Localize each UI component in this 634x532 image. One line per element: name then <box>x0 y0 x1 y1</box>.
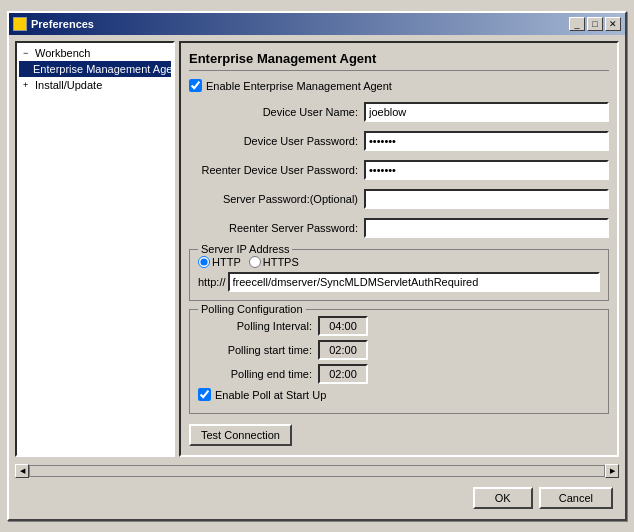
test-connection-container: Test Connection <box>189 420 609 446</box>
window-icon <box>13 17 27 31</box>
reenter-server-password-row: Reenter Server Password: <box>189 218 609 238</box>
scroll-right-button[interactable]: ▶ <box>605 464 619 478</box>
http-radio-item: HTTP <box>198 256 241 268</box>
url-row: http:// <box>198 272 600 292</box>
polling-start-label: Polling start time: <box>198 344 318 356</box>
polling-group-title: Polling Configuration <box>198 303 306 315</box>
enable-ema-row: Enable Enterprise Management Agent <box>189 79 609 92</box>
test-connection-button[interactable]: Test Connection <box>189 424 292 446</box>
maximize-button[interactable]: □ <box>587 17 603 31</box>
enable-poll-label: Enable Poll at Start Up <box>215 389 326 401</box>
sidebar-item-ema[interactable]: Enterprise Management Agent <box>19 61 171 77</box>
url-prefix: http:// <box>198 276 226 288</box>
reenter-device-password-label: Reenter Device User Password: <box>189 164 364 176</box>
main-area: − Workbench Enterprise Management Agent … <box>15 41 619 457</box>
https-radio-item: HTTPS <box>249 256 299 268</box>
polling-start-input[interactable] <box>318 340 368 360</box>
server-password-input[interactable] <box>364 189 609 209</box>
device-user-name-label: Device User Name: <box>189 106 364 118</box>
reenter-server-password-input[interactable] <box>364 218 609 238</box>
http-radio[interactable] <box>198 256 210 268</box>
protocol-radio-group: HTTP HTTPS <box>198 256 600 268</box>
http-label: HTTP <box>212 256 241 268</box>
reenter-server-password-label: Reenter Server Password: <box>189 222 364 234</box>
device-password-label: Device User Password: <box>189 135 364 147</box>
expand-icon-install: + <box>23 80 33 90</box>
device-user-name-row: Device User Name: <box>189 102 609 122</box>
https-label: HTTPS <box>263 256 299 268</box>
title-bar: Preferences _ □ ✕ <box>9 13 625 35</box>
ok-button[interactable]: OK <box>473 487 533 509</box>
scrollbar-area: ◀ ▶ <box>15 463 619 479</box>
polling-end-row: Polling end time: <box>198 364 600 384</box>
minimize-button[interactable]: _ <box>569 17 585 31</box>
server-ip-group-title: Server IP Address <box>198 243 292 255</box>
panel-title: Enterprise Management Agent <box>189 51 609 71</box>
polling-end-input[interactable] <box>318 364 368 384</box>
polling-interval-row: Polling Interval: <box>198 316 600 336</box>
polling-start-row: Polling start time: <box>198 340 600 360</box>
expand-icon: − <box>23 48 33 58</box>
polling-group: Polling Configuration Polling Interval: … <box>189 309 609 414</box>
bottom-bar: OK Cancel <box>15 483 619 513</box>
https-radio[interactable] <box>249 256 261 268</box>
window-title: Preferences <box>31 18 94 30</box>
server-password-label: Server Password:(Optional) <box>189 193 364 205</box>
reenter-device-password-row: Reenter Device User Password: <box>189 160 609 180</box>
sidebar-item-install-label: Install/Update <box>35 79 102 91</box>
close-button[interactable]: ✕ <box>605 17 621 31</box>
enable-poll-row: Enable Poll at Start Up <box>198 388 600 401</box>
scrollbar-track[interactable] <box>29 465 605 477</box>
sidebar-item-ema-label: Enterprise Management Agent <box>33 63 171 75</box>
sidebar-item-install[interactable]: + Install/Update <box>19 77 171 93</box>
polling-end-label: Polling end time: <box>198 368 318 380</box>
server-password-row: Server Password:(Optional) <box>189 189 609 209</box>
device-password-row: Device User Password: <box>189 131 609 151</box>
sidebar-item-workbench[interactable]: − Workbench <box>19 45 171 61</box>
url-input[interactable] <box>228 272 600 292</box>
window-body: − Workbench Enterprise Management Agent … <box>9 35 625 519</box>
sidebar: − Workbench Enterprise Management Agent … <box>15 41 175 457</box>
device-password-input[interactable] <box>364 131 609 151</box>
reenter-device-password-input[interactable] <box>364 160 609 180</box>
title-buttons: _ □ ✕ <box>569 17 621 31</box>
preferences-window: Preferences _ □ ✕ − Workbench Enterprise… <box>7 11 627 521</box>
scroll-left-button[interactable]: ◀ <box>15 464 29 478</box>
polling-interval-input[interactable] <box>318 316 368 336</box>
enable-poll-checkbox[interactable] <box>198 388 211 401</box>
title-bar-left: Preferences <box>13 17 94 31</box>
content-panel: Enterprise Management Agent Enable Enter… <box>179 41 619 457</box>
enable-ema-checkbox[interactable] <box>189 79 202 92</box>
enable-ema-label: Enable Enterprise Management Agent <box>206 80 392 92</box>
server-ip-group: Server IP Address HTTP HTTPS http:// <box>189 249 609 301</box>
cancel-button[interactable]: Cancel <box>539 487 613 509</box>
sidebar-item-workbench-label: Workbench <box>35 47 90 59</box>
device-user-name-input[interactable] <box>364 102 609 122</box>
polling-interval-label: Polling Interval: <box>198 320 318 332</box>
